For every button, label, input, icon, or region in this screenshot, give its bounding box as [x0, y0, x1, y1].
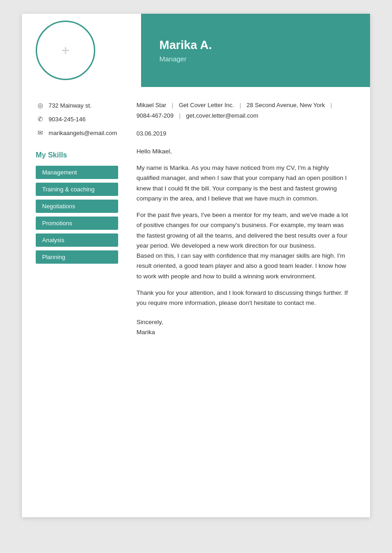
recipient-email: get.cover.letter@email.com	[186, 111, 258, 121]
skill-negotiations: Negotiations	[36, 200, 118, 213]
separator-4: |	[179, 111, 180, 121]
recipient-name: Mikael Star	[136, 101, 166, 110]
avatar-area: +	[22, 14, 104, 87]
header: + Marika A. Manager	[22, 14, 370, 87]
skill-management: Management	[36, 166, 118, 179]
address-text: 732 Mainway st.	[49, 102, 92, 109]
sign-name: Marika	[136, 327, 352, 337]
header-bar: Marika A. Manager	[141, 14, 370, 87]
phone-icon: ✆	[36, 114, 45, 124]
paragraph-1: My name is Marika. As you may have notic…	[136, 163, 352, 204]
applicant-name: Marika A.	[159, 38, 356, 52]
location-icon: ◎	[36, 101, 45, 110]
sign-off-text: Sincerely,	[136, 317, 352, 327]
paragraph-2-text: For the past five years, I've been a men…	[136, 211, 348, 280]
add-photo-icon: +	[61, 42, 70, 59]
date-line: 03.06.2019	[136, 129, 352, 139]
right-column: Mikael Star | Get Cover Letter Inc. | 28…	[127, 101, 370, 337]
paragraph-3: Thank you for your attention, and I look…	[136, 288, 352, 309]
email-text: marikaangels@email.com	[49, 130, 117, 136]
cover-letter-page: + Marika A. Manager ◎ 732 Mainway st. ✆ …	[22, 14, 370, 517]
separator-2: |	[240, 101, 241, 110]
skill-promotions: Promotions	[36, 217, 118, 230]
recipient-company: Get Cover Letter Inc.	[179, 101, 234, 110]
phone-item: ✆ 9034-245-146	[36, 114, 118, 124]
address-item: ◎ 732 Mainway st.	[36, 101, 118, 110]
applicant-title: Manager	[159, 55, 356, 63]
skills-section: My Skills Management Training & coaching…	[36, 151, 118, 264]
paragraph-2: For the past five years, I've been a men…	[136, 210, 352, 282]
recipient-phone: 9084-467-209	[136, 111, 174, 121]
separator-1: |	[172, 101, 173, 110]
email-icon: ✉	[36, 128, 45, 137]
recipient-row-2: 9084-467-209 | get.cover.letter@email.co…	[136, 111, 352, 121]
skill-planning: Planning	[36, 250, 118, 264]
skill-training: Training & coaching	[36, 183, 118, 196]
separator-3: |	[331, 101, 332, 110]
skills-heading: My Skills	[36, 151, 118, 159]
greeting: Hello Mikael,	[136, 146, 352, 157]
email-item: ✉ marikaangels@email.com	[36, 128, 118, 137]
body: ◎ 732 Mainway st. ✆ 9034-245-146 ✉ marik…	[22, 87, 370, 356]
skill-analysis: Analysis	[36, 233, 118, 247]
avatar-circle[interactable]: +	[36, 21, 95, 80]
left-column: ◎ 732 Mainway st. ✆ 9034-245-146 ✉ marik…	[22, 101, 127, 337]
sign-off: Sincerely, Marika	[136, 317, 352, 337]
recipient-address: 28 Second Avenue, New York	[246, 101, 325, 110]
recipient-row-1: Mikael Star | Get Cover Letter Inc. | 28…	[136, 101, 352, 110]
contact-section: ◎ 732 Mainway st. ✆ 9034-245-146 ✉ marik…	[36, 101, 118, 137]
recipient-block: Mikael Star | Get Cover Letter Inc. | 28…	[136, 101, 352, 121]
phone-text: 9034-245-146	[49, 116, 86, 123]
